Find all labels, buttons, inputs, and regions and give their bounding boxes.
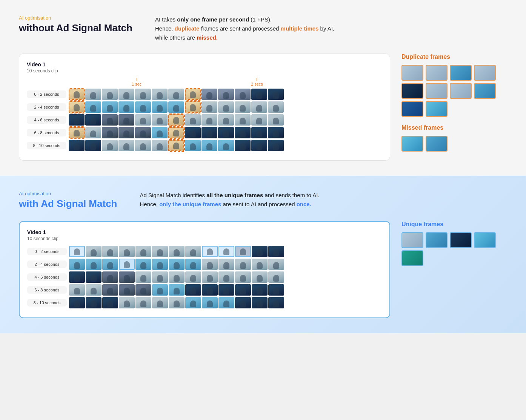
frame-cell xyxy=(235,246,251,257)
frame-cell xyxy=(168,127,184,138)
frame-cell xyxy=(218,297,234,308)
bottom-row-2-4: 2 - 4 seconds xyxy=(27,259,382,270)
frame-cell xyxy=(202,271,218,283)
bottom-row-label-4-6: 4 - 6 seconds xyxy=(27,273,67,281)
bottom-content: Video 1 10 seconds clip 0 - 2 seconds xyxy=(19,221,507,318)
frame-cell xyxy=(135,271,151,283)
frame-cell xyxy=(86,246,102,257)
unique-frames-title: Unique frames xyxy=(401,221,507,228)
frame-cell xyxy=(102,246,118,257)
frame-cell xyxy=(235,140,251,151)
frame-cell xyxy=(201,140,217,151)
frame-cell xyxy=(218,259,234,270)
frame-cell xyxy=(135,101,151,113)
frame-cell xyxy=(152,114,168,126)
frame-cell xyxy=(69,140,85,151)
thumb xyxy=(450,65,472,81)
frame-cell xyxy=(69,284,85,296)
frame-cell xyxy=(152,127,168,138)
frame-cell xyxy=(168,140,184,151)
thumb xyxy=(474,83,496,99)
frame-cell xyxy=(135,284,151,296)
bottom-desc-bold: all the unique frames xyxy=(206,192,263,198)
thumb xyxy=(426,101,448,117)
frame-cell xyxy=(102,297,118,308)
frame-cell xyxy=(252,297,268,308)
desc-dup: duplicate xyxy=(175,25,200,32)
bottom-header: AI optimisation with Ad Signal Match Ad … xyxy=(19,191,507,210)
frame-cell xyxy=(201,127,217,138)
bottom-frames-6-8 xyxy=(69,284,382,296)
frame-cell xyxy=(202,284,218,296)
frame-cell xyxy=(185,297,201,308)
frame-cell xyxy=(235,259,251,270)
unique-thumbnails xyxy=(401,232,507,266)
thumb xyxy=(401,83,423,99)
row-0-2: 0 - 2 seconds xyxy=(27,89,382,100)
frame-cell xyxy=(152,271,168,283)
frame-cell xyxy=(185,89,201,100)
frame-cell xyxy=(85,114,101,126)
frame-cell xyxy=(218,140,234,151)
frame-cell xyxy=(69,271,85,283)
frame-cell xyxy=(135,140,151,151)
frame-cell xyxy=(152,284,168,296)
frame-cell xyxy=(169,297,185,308)
frame-cell xyxy=(268,297,284,308)
time-marker-2: 2 secs xyxy=(251,78,263,86)
bottom-side-panel: Unique frames xyxy=(401,221,507,274)
frame-cell xyxy=(202,297,218,308)
desc-line2-part2: frames are sent and processed xyxy=(199,25,280,32)
duplicate-frames-title: Duplicate frames xyxy=(401,54,507,60)
frame-cell xyxy=(169,284,185,296)
frame-cell xyxy=(102,284,118,296)
frame-cell xyxy=(168,101,184,113)
top-video-label: Video 1 xyxy=(27,61,382,67)
frames-4-6 xyxy=(69,114,382,126)
frame-cell xyxy=(251,140,267,151)
bottom-title: with Ad Signal Match xyxy=(19,198,117,210)
frame-cell xyxy=(252,246,268,257)
frame-cell xyxy=(218,101,234,113)
top-title-block: AI optimisation without Ad Signal Match xyxy=(19,15,132,42)
frame-cell xyxy=(69,127,85,138)
row-label-4-6: 4 - 6 seconds xyxy=(27,116,66,124)
thumb xyxy=(474,65,496,81)
frame-cell xyxy=(235,89,251,100)
frame-cell xyxy=(152,246,168,257)
frame-cell xyxy=(185,271,201,283)
frame-cell xyxy=(185,101,201,113)
bottom-video-label: Video 1 xyxy=(27,229,382,235)
frame-cell xyxy=(102,114,118,126)
frame-cell xyxy=(251,127,267,138)
frame-cell xyxy=(268,114,284,126)
top-section: AI optimisation without Ad Signal Match … xyxy=(0,0,526,176)
bottom-frames-2-4 xyxy=(69,259,382,270)
thumb xyxy=(426,136,448,152)
bottom-section: AI optimisation with Ad Signal Match Ad … xyxy=(0,176,526,333)
frame-cell xyxy=(102,271,118,283)
frame-cell xyxy=(85,101,101,113)
frame-cell xyxy=(218,89,234,100)
dup-title-suffix: frames xyxy=(429,54,450,60)
frame-cell xyxy=(268,127,284,138)
top-title: without Ad Signal Match xyxy=(19,22,132,34)
thumb xyxy=(426,232,448,248)
frame-cell xyxy=(235,284,251,296)
row-8-10: 8 - 10 seconds xyxy=(27,140,382,151)
top-video-sublabel: 10 seconds clip xyxy=(27,68,382,74)
frame-cell xyxy=(102,259,118,270)
frame-cell xyxy=(168,89,184,100)
frame-cell xyxy=(135,127,151,138)
top-description: AI takes only one frame per second (1 FP… xyxy=(155,15,334,42)
frame-cell xyxy=(202,259,218,270)
bottom-desc-part2: and sends them to AI. xyxy=(263,192,319,198)
frame-cell xyxy=(218,271,234,283)
bottom-subtitle: AI optimisation xyxy=(19,191,117,196)
frame-cell xyxy=(135,89,151,100)
frame-cell xyxy=(135,114,151,126)
frame-cell xyxy=(168,114,184,126)
row-label-0-2: 0 - 2 seconds xyxy=(27,90,66,98)
thumb xyxy=(401,232,423,248)
time-markers: 1 sec 2 secs xyxy=(68,78,382,87)
